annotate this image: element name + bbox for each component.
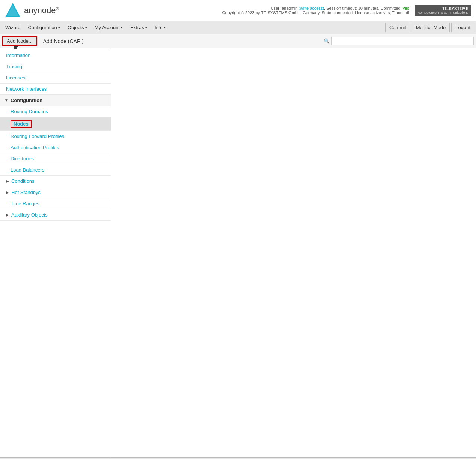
toolbar: Add Node... ☛ Add Node (CAPI) 🔍 [0,34,476,48]
state-status: connected [333,10,353,15]
logout-button[interactable]: Logout [451,23,474,32]
nav-extras-label: Extras [130,25,144,30]
nav-configuration[interactable]: Configuration ▾ [24,21,63,34]
sidebar-auxiliary-objects-label: Auxiliary Objects [11,212,48,218]
nav-extras[interactable]: Extras ▾ [126,21,151,34]
svg-marker-1 [7,5,19,16]
sidebar-conditions-label: Conditions [11,178,34,184]
sidebar-item-conditions[interactable]: ▶ Conditions [0,176,111,187]
te-systems-tagline: competence in e-communications [418,11,468,15]
write-access-text: (write access) [299,6,324,10]
nav-configuration-label: Configuration [28,25,57,30]
sidebar-item-nodes[interactable]: Nodes [0,117,111,131]
sidebar-item-time-ranges[interactable]: Time Ranges [0,198,111,209]
configuration-expand-icon: ▼ [5,98,8,102]
search-input[interactable] [331,37,474,45]
sidebar-authentication-profiles-label: Authentication Profiles [11,145,59,150]
nav-extras-arrow: ▾ [145,26,147,30]
committed-status: yes [403,6,409,10]
sidebar-licenses-label: Licenses [6,75,25,81]
cursor-icon: ☛ [14,44,19,51]
header: anynode® User: anadmin (write access), S… [0,0,476,21]
sidebar-load-balancers-label: Load Balancers [11,167,44,173]
monitor-mode-button[interactable]: Monitor Mode [412,23,450,32]
sidebar-item-routing-forward-profiles[interactable]: Routing Forward Profiles [0,131,111,142]
sidebar-time-ranges-label: Time Ranges [11,201,39,206]
sidebar: Information Tracing Licenses Network Int… [0,48,111,457]
hot-standbys-expand-icon: ▶ [6,190,9,194]
logo: anynode® [5,2,59,19]
commit-button[interactable]: Commit [385,23,410,32]
nav-objects-arrow: ▾ [85,26,87,30]
license-status: yes [383,10,390,15]
sidebar-item-directories[interactable]: Directories [0,153,111,164]
sidebar-network-interfaces-label: Network Interfaces [6,86,47,92]
sidebar-item-network-interfaces[interactable]: Network Interfaces [0,84,111,95]
page-title: Add Node (CAPI) [43,38,84,44]
navbar: Wizard Configuration ▾ Objects ▾ My Acco… [0,21,476,34]
sidebar-routing-domains-label: Routing Domains [11,109,48,114]
sidebar-item-authentication-profiles[interactable]: Authentication Profiles [0,142,111,153]
sidebar-nodes-label: Nodes [11,120,32,128]
sidebar-routing-forward-profiles-label: Routing Forward Profiles [11,133,64,139]
search-box: 🔍 [324,37,474,45]
sidebar-hot-standbys-label: Hot Standbys [11,190,41,195]
sidebar-item-tracing[interactable]: Tracing [0,61,111,72]
nav-info[interactable]: Info ▾ [151,21,170,34]
sidebar-information-label: Information [6,52,30,58]
sidebar-directories-label: Directories [11,156,34,161]
main-layout: Information Tracing Licenses Network Int… [0,48,476,457]
nav-wizard-label: Wizard [5,25,20,30]
nav-my-account[interactable]: My Account ▾ [91,21,126,34]
footer: Version: 4.10.7 🖥 Off 🖨 25% ⚙ 0% 💾 38% 🔔… [0,457,476,459]
sidebar-item-information[interactable]: Information [0,50,111,61]
nav-info-arrow: ▾ [164,26,166,30]
sidebar-configuration-header[interactable]: ▼ Configuration [0,95,111,106]
nav-objects[interactable]: Objects ▾ [64,21,91,34]
te-systems-name: TE-SYSTEMS [418,6,468,11]
anynode-logo-text: anynode® [24,6,59,15]
user-info-line2: Copyright © 2023 by TE-SYSTEMS GmbH, Ger… [66,10,409,15]
sidebar-item-routing-domains[interactable]: Routing Domains [0,106,111,117]
sidebar-item-load-balancers[interactable]: Load Balancers [0,164,111,176]
sidebar-item-licenses[interactable]: Licenses [0,72,111,84]
nav-configuration-arrow: ▾ [58,26,60,30]
nav-left: Wizard Configuration ▾ Objects ▾ My Acco… [2,21,170,34]
nav-right: Commit Monitor Mode Logout [385,23,474,32]
add-node-button[interactable]: Add Node... [2,36,37,46]
sidebar-configuration-label: Configuration [11,97,42,103]
sidebar-tracing-label: Tracing [6,64,22,69]
user-info-line1: User: anadmin (write access), Session ti… [66,6,409,10]
te-systems-badge: TE-SYSTEMS competence in e-communication… [415,5,471,16]
search-icon: 🔍 [324,38,330,44]
nav-my-account-label: My Account [95,25,120,30]
anynode-logo-icon [5,2,21,19]
main-content [111,48,476,457]
nav-wizard[interactable]: Wizard [2,21,24,34]
sidebar-item-hot-standbys[interactable]: ▶ Hot Standbys [0,187,111,198]
sidebar-item-auxiliary-objects[interactable]: ▶ Auxiliary Objects [0,209,111,221]
nav-info-label: Info [155,25,163,30]
auxiliary-objects-expand-icon: ▶ [6,213,9,217]
nav-my-account-arrow: ▾ [121,26,123,30]
conditions-expand-icon: ▶ [6,179,9,183]
nav-objects-label: Objects [68,25,84,30]
